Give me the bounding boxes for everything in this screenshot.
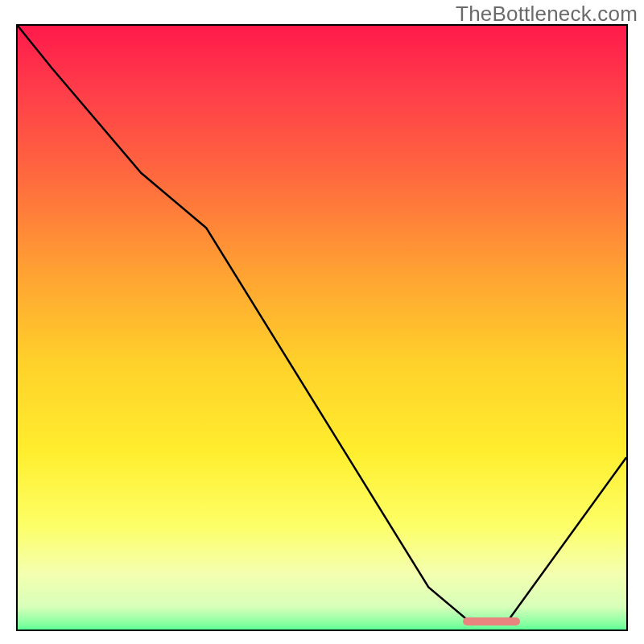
plot-area (16, 24, 628, 631)
chart-frame: TheBottleneck.com (0, 0, 644, 644)
curve-layer (18, 26, 626, 630)
optimal-zone-marker (463, 617, 519, 625)
watermark-text: TheBottleneck.com (456, 2, 638, 27)
bottleneck-curve-path (18, 26, 626, 621)
